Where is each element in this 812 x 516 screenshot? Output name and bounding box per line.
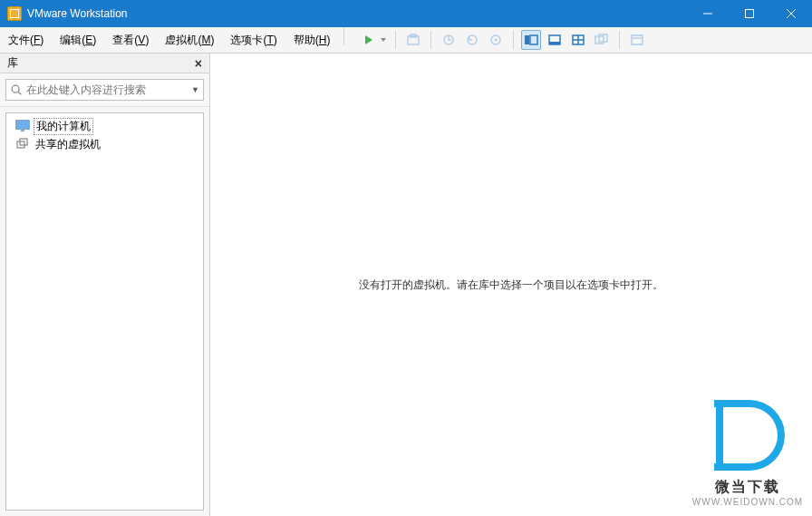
snapshot-revert-button[interactable] — [462, 30, 482, 50]
title-bar: VMware Workstation — [0, 0, 812, 27]
minimize-button[interactable] — [687, 0, 729, 27]
library-sidebar: 库 × ▼ 我的计算机 共享的虚拟机 — [0, 54, 210, 516]
svg-point-21 — [12, 85, 19, 92]
search-icon — [10, 83, 23, 96]
menu-bar: 文件(F) 编辑(E) 查看(V) 虚拟机(M) 选项卡(T) 帮助(H) — [0, 27, 812, 54]
maximize-button[interactable] — [729, 0, 770, 27]
watermark-logo-icon — [710, 400, 785, 474]
snapshot-button[interactable] — [403, 30, 423, 50]
menu-help[interactable]: 帮助(H) — [285, 27, 339, 53]
menu-edit[interactable]: 编辑(E) — [52, 27, 104, 53]
app-title: VMware Workstation — [27, 7, 127, 20]
menu-vm[interactable]: 虚拟机(M) — [157, 27, 222, 53]
svg-rect-13 — [549, 42, 560, 44]
watermark: 微当下载 WWW.WEIDOWN.COM — [692, 400, 803, 507]
svg-rect-19 — [632, 35, 643, 44]
library-title: 库 — [7, 55, 191, 71]
svg-rect-10 — [525, 35, 529, 44]
view-unity-button[interactable] — [568, 30, 588, 50]
settings-button[interactable] — [627, 30, 647, 50]
close-button[interactable] — [770, 0, 812, 27]
svg-line-22 — [18, 92, 21, 94]
library-search[interactable]: ▼ — [5, 79, 204, 101]
svg-rect-11 — [530, 35, 537, 44]
view-multiple-button[interactable] — [592, 30, 612, 50]
share-icon — [15, 138, 30, 151]
view-fullscreen-button[interactable] — [545, 30, 565, 50]
power-dropdown[interactable] — [379, 36, 388, 44]
snapshot-take-button[interactable] — [439, 30, 459, 50]
view-console-button[interactable] — [521, 30, 541, 50]
svg-rect-24 — [17, 122, 28, 128]
main-content: 没有打开的虚拟机。请在库中选择一个项目以在选项卡中打开。 微当下载 WWW.WE… — [210, 54, 812, 516]
tree-item-shared-vms[interactable]: 共享的虚拟机 — [8, 135, 201, 153]
library-header: 库 × — [0, 54, 209, 73]
tree-item-my-computer[interactable]: 我的计算机 — [8, 117, 201, 135]
monitor-icon — [15, 120, 30, 132]
menu-file[interactable]: 文件(F) — [0, 27, 52, 53]
app-icon — [7, 6, 22, 21]
empty-state-message: 没有打开的虚拟机。请在库中选择一个项目以在选项卡中打开。 — [359, 277, 663, 293]
toolbar — [357, 27, 649, 53]
snapshot-manage-button[interactable] — [486, 30, 506, 50]
library-tree: 我的计算机 共享的虚拟机 — [5, 112, 204, 511]
power-on-button[interactable] — [359, 30, 379, 50]
menu-view[interactable]: 查看(V) — [104, 27, 157, 53]
svg-rect-1 — [746, 10, 754, 18]
svg-point-9 — [495, 39, 498, 42]
menu-tabs[interactable]: 选项卡(T) — [222, 27, 285, 53]
search-input[interactable] — [26, 83, 188, 96]
search-dropdown-icon[interactable]: ▼ — [188, 85, 199, 94]
library-close-button[interactable]: × — [191, 56, 206, 71]
